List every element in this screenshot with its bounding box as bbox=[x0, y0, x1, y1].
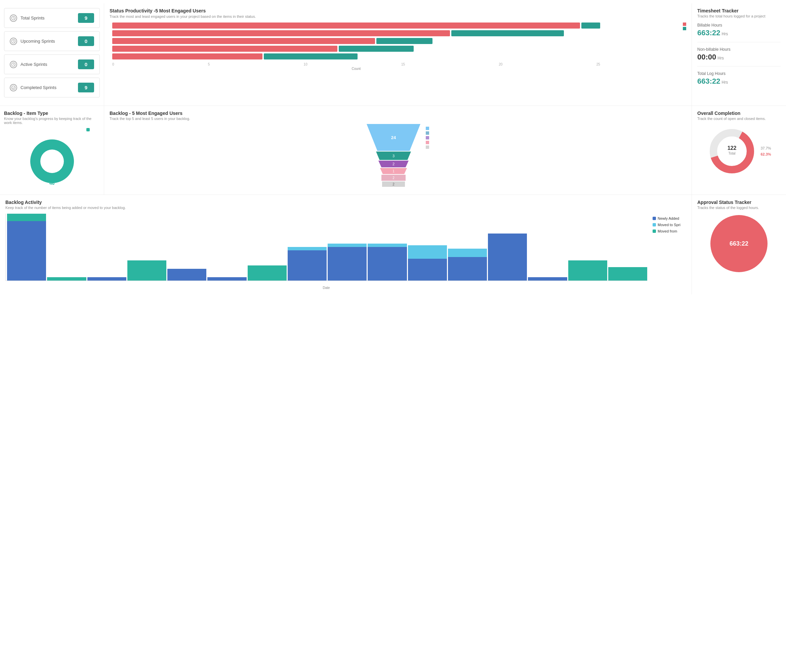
activity-x-label: Date bbox=[5, 286, 647, 290]
billable-section: Billable Hours 663:22 Hrs bbox=[697, 23, 781, 42]
active-sprints-label: Active Sprints bbox=[20, 62, 47, 67]
active-sprints-icon bbox=[10, 61, 17, 68]
sprint-card-active: Active Sprints 0 bbox=[4, 55, 100, 74]
completed-sprints-label: Completed Sprints bbox=[20, 85, 57, 90]
sprint-card-upcoming: Upcoming Sprints 0 bbox=[4, 31, 100, 51]
overall-completion-chart: 122 Total bbox=[707, 126, 757, 176]
sprint-card-total: Total Sprints 9 bbox=[4, 8, 100, 28]
backlog-activity-chart: 403020100 Count Jan 18Feb 01Feb 02Feb 08… bbox=[5, 214, 647, 290]
nonbillable-label: Non-billable Hours bbox=[697, 47, 781, 52]
approval-status-chart: 663:22 bbox=[711, 215, 767, 272]
pct-closed-value: 62.3% bbox=[761, 152, 771, 156]
upcoming-sprints-icon bbox=[10, 38, 17, 45]
billable-value: 663:22 bbox=[697, 28, 720, 37]
status-chart-x-label: Count bbox=[112, 67, 600, 71]
billable-unit: Hrs bbox=[722, 31, 728, 36]
upcoming-sprints-label: Upcoming Sprints bbox=[20, 39, 55, 44]
timesheet-title: Timesheet Tracker bbox=[697, 8, 781, 13]
backlog-item-type-subtitle: Know your backlog's progress by keeping … bbox=[4, 116, 100, 125]
backlog-item-type-title: Backlog - Item Type bbox=[4, 110, 100, 116]
total-sprints-value: 9 bbox=[78, 13, 94, 23]
legend-newly-added: Newly Added bbox=[652, 217, 686, 220]
svg-text:Total: Total bbox=[729, 152, 736, 155]
status-productivity-chart: 0510152025 Count bbox=[110, 22, 686, 71]
billable-label: Billable Hours bbox=[697, 23, 781, 28]
approval-status-subtitle: Tracks the status of the logged hours. bbox=[697, 206, 781, 210]
pct-closed-label: 62.3% bbox=[761, 152, 771, 156]
completed-sprints-icon bbox=[10, 84, 17, 91]
backlog-activity-subtitle: Keep track of the number of items being … bbox=[5, 206, 686, 210]
svg-point-9 bbox=[12, 86, 16, 89]
pct-open-label: 37.7% bbox=[761, 146, 771, 150]
legend-moved-from: Moved from bbox=[652, 229, 686, 233]
svg-text:Story: Story bbox=[47, 160, 57, 165]
legend-moved-to-sprint: Moved to Spri bbox=[652, 223, 686, 227]
donut-value: 46 bbox=[24, 181, 81, 186]
overall-completion-subtitle: Track the count of open and closed items… bbox=[697, 116, 781, 121]
svg-line-8 bbox=[13, 64, 14, 65]
totallog-section: Total Log Hours 663:22 Hrs bbox=[697, 71, 781, 90]
total-sprints-label: Total Sprints bbox=[20, 16, 45, 20]
pct-open-value: 37.7% bbox=[761, 146, 771, 150]
completed-sprints-value: 9 bbox=[78, 83, 94, 93]
totallog-value: 663:22 bbox=[697, 77, 720, 86]
backlog-activity-title: Backlog Activity bbox=[5, 199, 686, 205]
active-sprints-value: 0 bbox=[78, 60, 94, 69]
funnel-chart: 24 3 2 1 2 2 bbox=[366, 124, 420, 187]
nonbillable-unit: Hrs bbox=[717, 56, 724, 60]
svg-text:122: 122 bbox=[728, 145, 737, 151]
sprint-card-completed: Completed Sprints 9 bbox=[4, 78, 100, 97]
backlog-engaged-subtitle: Track the top 5 and least 5 users in you… bbox=[110, 116, 686, 121]
status-productivity-title: Status Productivity -5 Most Engaged User… bbox=[110, 8, 686, 13]
svg-line-5 bbox=[13, 41, 14, 42]
overall-completion-title: Overall Completion bbox=[697, 110, 781, 116]
approval-status-value: 663:22 bbox=[729, 240, 748, 247]
timesheet-subtitle: Tracks the total hours logged for a proj… bbox=[697, 14, 781, 18]
totallog-label: Total Log Hours bbox=[697, 71, 781, 76]
backlog-donut-chart: Story 46 bbox=[24, 133, 81, 190]
nonbillable-section: Non-billable Hours 00:00 Hrs bbox=[697, 47, 781, 66]
svg-line-2 bbox=[13, 18, 14, 19]
backlog-engaged-title: Backlog - 5 Most Engaged Users bbox=[110, 110, 686, 116]
nonbillable-value: 00:00 bbox=[697, 53, 716, 61]
upcoming-sprints-value: 0 bbox=[78, 36, 94, 46]
total-sprints-icon bbox=[10, 14, 17, 22]
status-productivity-subtitle: Track the most and least engaged users i… bbox=[110, 14, 686, 19]
totallog-unit: Hrs bbox=[722, 80, 728, 85]
approval-status-title: Approval Status Tracker bbox=[697, 199, 781, 205]
